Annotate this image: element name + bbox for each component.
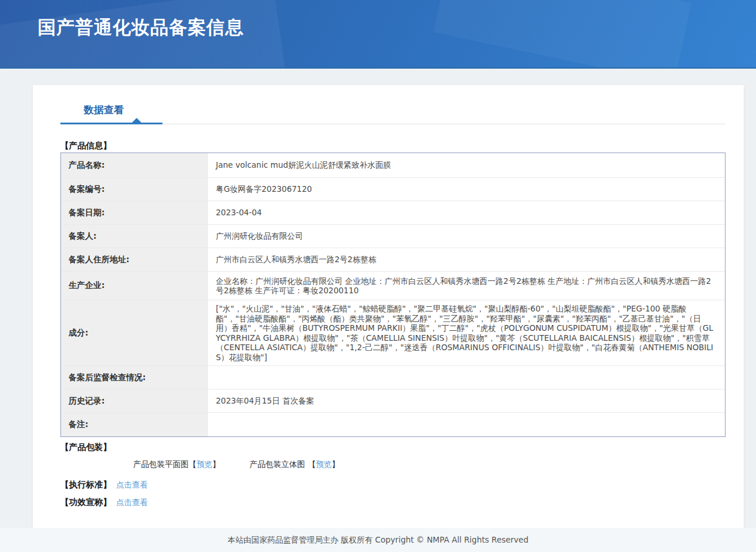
section-title-product-info: 【产品信息】 — [60, 140, 111, 151]
standard-click-view-link[interactable]: 点击查看 — [116, 480, 148, 489]
row-label: 备案人住所地址: — [61, 248, 208, 271]
row-value: 广州市白云区人和镇秀水塘西一路2号2栋整栋 — [208, 248, 725, 271]
table-row-supervision: 备案后监督检查情况: — [61, 366, 725, 390]
content-card: 数据查看 【产品信息】 产品名称: Jane volcanic mud妍泥火山泥… — [33, 85, 744, 528]
table-row-registrant: 备案人: 广州润研化妆品有限公司 — [61, 225, 725, 248]
row-value — [208, 366, 725, 389]
table-row-remarks: 备注: — [61, 413, 725, 436]
packaging-flat-label: 产品包装平面图 — [133, 459, 189, 469]
table-row-ingredients: 成分: ["水"，"火山泥"，"甘油"，"液体石蜡"，"鲸蜡硬脂醇"，"聚二甲基… — [61, 300, 725, 366]
row-label: 备案人: — [61, 225, 208, 248]
row-value: ["水"，"火山泥"，"甘油"，"液体石蜡"，"鲸蜡硬脂醇"，"聚二甲基硅氧烷"… — [208, 300, 725, 365]
standard-row: 【执行标准】点击查看 — [60, 479, 148, 490]
copyright-text: 本站由国家药品监督管理局主办 版权所有 Copyright © NMPA All… — [228, 535, 528, 546]
packaging-stereo-preview-link[interactable]: 预览 — [316, 459, 332, 469]
bracket-close: 】 — [332, 459, 340, 469]
tab-active-indicator — [60, 123, 162, 124]
bracket-open: 【 — [308, 459, 316, 469]
row-value: 广州润研化妆品有限公司 — [208, 225, 725, 248]
bracket-close: 】 — [212, 459, 221, 469]
row-label: 产品名称: — [61, 153, 208, 177]
product-info-table: 产品名称: Jane volcanic mud妍泥火山泥舒缓紧致补水面膜 备案编… — [60, 153, 726, 437]
row-label: 备案后监督检查情况: — [61, 366, 208, 389]
row-label: 备案日期: — [61, 201, 208, 224]
row-label: 历史记录: — [61, 390, 208, 412]
row-value: 2023-04-04 — [208, 201, 725, 224]
packaging-stereo-label: 产品包装立体图 — [250, 459, 306, 469]
row-label: 备注: — [61, 413, 208, 436]
row-label: 成分: — [61, 300, 208, 365]
table-row-registration-date: 备案日期: 2023-04-04 — [61, 201, 725, 225]
bracket-open: 【 — [189, 459, 197, 469]
row-value — [208, 413, 725, 436]
table-row-registration-number: 备案编号: 粤G妆网备字2023067120 — [61, 178, 725, 201]
table-row-manufacturer: 生产企业: 企业名称：广州润研化妆品有限公司 企业地址：广州市白云区人和镇秀水塘… — [61, 272, 725, 300]
row-value: Jane volcanic mud妍泥火山泥舒缓紧致补水面膜 — [208, 153, 725, 177]
page-footer: 本站由国家药品监督管理局主办 版权所有 Copyright © NMPA All… — [0, 528, 756, 552]
row-value: 2023年04月15日 首次备案 — [208, 390, 725, 412]
packaging-previews: 产品包装平面图【预览】 产品包装立体图【预览】 — [133, 459, 340, 470]
page-banner: 国产普通化妆品备案信息 — [0, 0, 756, 69]
section-title-packaging: 【产品包装】 — [60, 442, 111, 453]
row-label: 备案编号: — [61, 178, 208, 201]
section-title-standard: 【执行标准】 — [60, 480, 111, 489]
packaging-flat-item: 产品包装平面图【预览】 — [133, 459, 221, 470]
packaging-flat-preview-link[interactable]: 预览 — [196, 459, 212, 469]
tab-active-arrow-icon — [132, 118, 141, 123]
row-label: 生产企业: — [61, 272, 208, 300]
row-value: 企业名称：广州润研化妆品有限公司 企业地址：广州市白云区人和镇秀水塘西一路2号2… — [208, 272, 725, 300]
table-row-history: 历史记录: 2023年04月15日 首次备案 — [61, 390, 725, 413]
page-title: 国产普通化妆品备案信息 — [38, 15, 244, 40]
row-value: 粤G妆网备字2023067120 — [208, 178, 725, 201]
table-row-registrant-address: 备案人住所地址: 广州市白云区人和镇秀水塘西一路2号2栋整栋 — [61, 248, 725, 272]
claims-row: 【功效宣称】点击查看 — [60, 497, 148, 508]
packaging-stereo-item: 产品包装立体图【预览】 — [250, 459, 340, 470]
section-title-claims: 【功效宣称】 — [60, 497, 111, 507]
tab-underline — [60, 118, 726, 124]
tab-data-view[interactable]: 数据查看 — [84, 103, 124, 117]
claims-click-view-link[interactable]: 点击查看 — [116, 497, 148, 507]
table-row-product-name: 产品名称: Jane volcanic mud妍泥火山泥舒缓紧致补水面膜 — [61, 153, 725, 178]
